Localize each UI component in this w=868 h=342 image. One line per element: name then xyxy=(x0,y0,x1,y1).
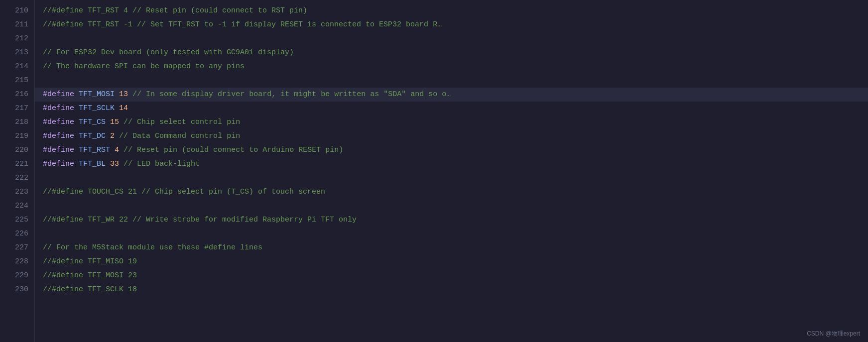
num-token: 2 xyxy=(110,132,115,140)
kw-token: #define xyxy=(43,132,74,140)
watermark: CSDN @物理expert xyxy=(807,330,860,338)
plain-token xyxy=(74,118,79,126)
plain-token xyxy=(119,160,124,168)
cm-token: // Data Command control pin xyxy=(119,132,240,140)
num-token: 33 xyxy=(110,160,119,168)
code-line xyxy=(35,227,868,241)
line-number: 220 xyxy=(0,143,34,157)
num-token: 4 xyxy=(115,146,119,154)
num-token: 14 xyxy=(119,104,128,113)
line-numbers-gutter: 2102112122132142152162172182192202212222… xyxy=(0,0,35,342)
line-number: 218 xyxy=(0,115,34,129)
plain-token xyxy=(115,104,119,113)
plain-token xyxy=(74,90,79,99)
code-line: // For ESP32 Dev board (only tested with… xyxy=(35,46,868,60)
nm-token: TFT_DC xyxy=(79,132,106,140)
plain-token xyxy=(74,104,79,113)
num-token: 13 xyxy=(119,90,128,99)
nm-token: TFT_SCLK xyxy=(79,104,115,113)
plain-token xyxy=(106,160,110,168)
cm-token: //#define TOUCH_CS 21 // Chip select pin… xyxy=(43,188,325,196)
line-number: 216 xyxy=(0,88,34,102)
line-number: 214 xyxy=(0,60,34,74)
line-number: 227 xyxy=(0,241,34,255)
plain-token xyxy=(128,90,132,99)
line-number: 225 xyxy=(0,213,34,227)
line-number: 226 xyxy=(0,227,34,241)
code-line xyxy=(35,74,868,88)
code-line xyxy=(35,171,868,185)
plain-token xyxy=(115,132,119,140)
kw-token: #define xyxy=(43,104,74,113)
line-number: 211 xyxy=(0,18,34,32)
code-editor: 2102112122132142152162172182192202212222… xyxy=(0,0,868,342)
line-number: 215 xyxy=(0,74,34,88)
plain-token xyxy=(106,118,110,126)
kw-token: #define xyxy=(43,146,74,154)
plain-token xyxy=(74,132,79,140)
kw-token: #define xyxy=(43,160,74,168)
code-line: //#define TFT_RST 4 // Reset pin (could … xyxy=(35,4,868,18)
nm-token: TFT_MOSI xyxy=(79,90,115,99)
cm-token: // Reset pin (could connect to Arduino R… xyxy=(124,146,343,154)
cm-token: //#define TFT_RST 4 // Reset pin (could … xyxy=(43,6,307,15)
plain-token xyxy=(106,132,110,140)
kw-token: #define xyxy=(43,118,74,126)
code-line: #define TFT_BL 33 // LED back-light xyxy=(35,157,868,171)
cm-token: //#define TFT_RST -1 // Set TFT_RST to -… xyxy=(43,20,442,29)
line-number: 229 xyxy=(0,269,34,283)
cm-token: //#define TFT_MISO 19 xyxy=(43,257,137,266)
code-line: //#define TOUCH_CS 21 // Chip select pin… xyxy=(35,185,868,199)
cm-token: // The hardware SPI can be mapped to any… xyxy=(43,62,245,71)
code-line: //#define TFT_MOSI 23 xyxy=(35,269,868,283)
plain-token xyxy=(110,146,115,154)
cm-token: // In some display driver board, it migh… xyxy=(132,90,451,99)
code-line: //#define TFT_MISO 19 xyxy=(35,255,868,269)
code-line: #define TFT_CS 15 // Chip select control… xyxy=(35,115,868,129)
plain-token xyxy=(119,146,124,154)
code-line: #define TFT_RST 4 // Reset pin (could co… xyxy=(35,143,868,157)
cm-token: //#define TFT_SCLK 18 xyxy=(43,285,137,294)
code-line: #define TFT_MOSI 13 // In some display d… xyxy=(35,88,868,102)
line-number: 213 xyxy=(0,46,34,60)
line-number: 222 xyxy=(0,171,34,185)
kw-token: #define xyxy=(43,90,74,99)
nm-token: TFT_RST xyxy=(79,146,110,154)
line-number: 210 xyxy=(0,4,34,18)
line-number: 228 xyxy=(0,255,34,269)
line-number: 224 xyxy=(0,199,34,213)
cm-token: // For ESP32 Dev board (only tested with… xyxy=(43,48,294,57)
code-line: #define TFT_SCLK 14 xyxy=(35,102,868,115)
nm-token: TFT_BL xyxy=(79,160,106,168)
cm-token: // LED back-light xyxy=(124,160,200,168)
plain-token xyxy=(74,160,79,168)
num-token: 15 xyxy=(110,118,119,126)
cm-token: // For the M5Stack module use these #def… xyxy=(43,243,262,252)
code-line xyxy=(35,199,868,213)
plain-token xyxy=(115,90,119,99)
cm-token: //#define TFT_WR 22 // Write strobe for … xyxy=(43,216,357,224)
line-number: 212 xyxy=(0,32,34,46)
nm-token: TFT_CS xyxy=(79,118,106,126)
plain-token xyxy=(74,146,79,154)
plain-token xyxy=(119,118,124,126)
line-number: 230 xyxy=(0,283,34,297)
code-line: //#define TFT_RST -1 // Set TFT_RST to -… xyxy=(35,18,868,32)
code-line: //#define TFT_WR 22 // Write strobe for … xyxy=(35,213,868,227)
code-line xyxy=(35,32,868,46)
code-line: // The hardware SPI can be mapped to any… xyxy=(35,60,868,74)
line-number: 221 xyxy=(0,157,34,171)
cm-token: // Chip select control pin xyxy=(124,118,240,126)
code-line: //#define TFT_SCLK 18 xyxy=(35,283,868,297)
code-line: #define TFT_DC 2 // Data Command control… xyxy=(35,129,868,143)
line-number: 217 xyxy=(0,102,34,115)
code-content-area[interactable]: //#define TFT_RST 4 // Reset pin (could … xyxy=(35,0,868,342)
line-number: 223 xyxy=(0,185,34,199)
cm-token: //#define TFT_MOSI 23 xyxy=(43,271,137,280)
line-number: 219 xyxy=(0,129,34,143)
code-line: // For the M5Stack module use these #def… xyxy=(35,241,868,255)
